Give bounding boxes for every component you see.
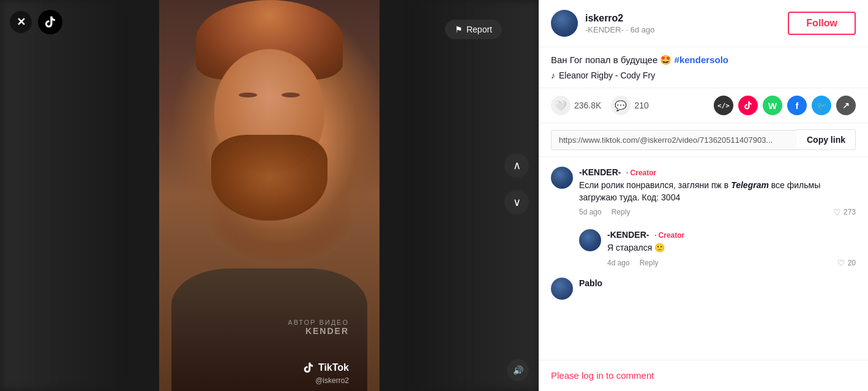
reply-like-icon[interactable]: ♡ [837,258,845,268]
comment-creator-badge: · Creator [626,169,656,177]
post-header: iskerro2 -KENDER- · 6d ago Follow [539,0,868,47]
report-button[interactable]: ⚑ Report [445,20,502,39]
login-to-comment-text[interactable]: Please log in to comment [551,370,654,381]
like-icon: 🤍 [551,96,571,115]
reply-avatar [579,229,601,251]
pablo-comment: Pablo [551,278,856,300]
reply-username: -KENDER- [607,230,649,240]
more-share-button[interactable]: ↗ [836,96,856,115]
comment-item: -KENDER- · Creator Если ролик понравился… [551,167,856,217]
post-caption: Ван Гог попал в будущее 🤩 #kendersolo [551,55,856,66]
post-separator: · [626,25,630,34]
music-note-icon: ♪ [551,70,555,80]
reply-like-count: 20 [848,259,856,267]
user-details: iskerro2 -KENDER- · 6d ago [585,13,654,34]
heart-icon: 🤍 [555,100,567,112]
tiktok-nav-icon [43,15,57,29]
comments-action[interactable]: 💬 210 [611,96,648,115]
comment-icon: 💬 [611,96,630,115]
close-button[interactable]: ✕ [10,11,32,33]
pablo-username: Pablo [579,278,602,288]
reply-text: Я старался 🙂 [607,242,856,254]
likes-count: 236.8K [574,101,601,110]
comment-likes: ♡ 273 [833,207,856,217]
comment-time: 5d ago [579,208,602,216]
right-panel: iskerro2 -KENDER- · 6d ago Follow Ван Го… [539,0,868,391]
caption-hashtag[interactable]: #kendersolo [675,55,728,65]
comment-reply-button[interactable]: Reply [612,208,630,216]
copy-link-input[interactable] [551,130,797,150]
tiktok-share-icon [743,101,753,110]
video-panel: АВТОР ВИДЕО KENDER TikTok @iskerro2 ✕ ⚑ [0,0,539,391]
tiktok-share-button[interactable] [738,96,758,115]
reply-reply-button[interactable]: Reply [640,259,659,267]
music-title[interactable]: Eleanor Rigby - Cody Fry [559,70,655,80]
nav-down-button[interactable]: ∨ [504,190,529,214]
nav-up-button[interactable]: ∧ [504,153,529,178]
reply-item: -KENDER- · Creator Я старался 🙂 4d ago R… [579,229,856,268]
telegram-text: Telegram [731,180,769,190]
post-meta: -KENDER- · 6d ago [585,25,654,34]
tiktok-logo-button[interactable] [38,10,62,34]
flag-icon: ⚑ [455,25,463,34]
copy-link-bar: Copy link [539,123,868,157]
comment-avatar [551,167,573,189]
embed-button[interactable]: </> [714,96,733,115]
follow-button[interactable]: Follow [788,12,856,35]
video-main: АВТОР ВИДЕО KENDER TikTok @iskerro2 [159,0,380,391]
video-overlay-text: АВТОР ВИДЕО KENDER [288,319,349,336]
actions-bar: 🤍 236.8K 💬 210 </> W f 🐦 ↗ [539,88,868,123]
tiktok-logo-icon [302,362,315,374]
whatsapp-share-button[interactable]: W [763,96,782,115]
video-beard [211,135,327,221]
comment-like-icon[interactable]: ♡ [833,207,841,217]
watermark-text: TikTok [318,362,349,373]
reply-likes: ♡ 20 [837,258,856,268]
likes-action[interactable]: 🤍 236.8K [551,96,601,115]
post-username: iskerro2 [585,13,654,24]
video-bg-left [0,0,122,391]
watermark-user: @iskerro2 [315,376,349,385]
reply-body: -KENDER- · Creator Я старался 🙂 4d ago R… [607,229,856,268]
video-top-bar: ✕ ⚑ Report [0,10,539,34]
avatar-image [551,10,578,37]
report-label: Report [466,25,492,34]
user-info: iskerro2 -KENDER- · 6d ago [551,10,654,37]
caption-text: Ван Гог попал в будущее 🤩 [551,55,675,65]
comments-section: -KENDER- · Creator Если ролик понравился… [539,157,868,360]
post-content: Ван Гог попал в будущее 🤩 #kendersolo ♪ … [539,47,868,88]
left-actions: 🤍 236.8K 💬 210 [551,96,649,115]
login-bar: Please log in to comment [539,360,868,391]
comment-body: -KENDER- · Creator Если ролик понравился… [579,167,856,217]
video-watermark: TikTok [302,362,349,374]
copy-link-button[interactable]: Copy link [797,129,856,150]
reply-meta: 4d ago Reply ♡ 20 [607,258,856,268]
post-avatar [551,10,578,37]
post-music: ♪ Eleanor Rigby - Cody Fry [551,70,856,80]
pablo-avatar [551,278,573,300]
video-eyes [226,89,312,101]
author-name: KENDER [288,326,349,336]
comments-count: 210 [634,101,648,110]
author-label: АВТОР ВИДЕО [288,319,349,326]
comment-username: -KENDER- [579,167,621,177]
bubble-icon: 💬 [615,100,627,112]
pablo-body: Pablo [579,278,602,300]
reply-creator-badge: · Creator [654,231,684,240]
facebook-share-button[interactable]: f [787,96,807,115]
post-handle: -KENDER- [585,25,624,34]
reply-time: 4d ago [607,259,630,267]
post-time: 6d ago [630,25,655,34]
share-icons: </> W f 🐦 ↗ [714,96,856,115]
volume-button[interactable]: 🔊 [507,359,529,381]
twitter-share-button[interactable]: 🐦 [812,96,831,115]
comment-like-count: 273 [844,208,856,216]
comment-meta: 5d ago Reply ♡ 273 [579,207,856,217]
comment-text: Если ролик понравился, загляни пж в Tele… [579,180,856,203]
